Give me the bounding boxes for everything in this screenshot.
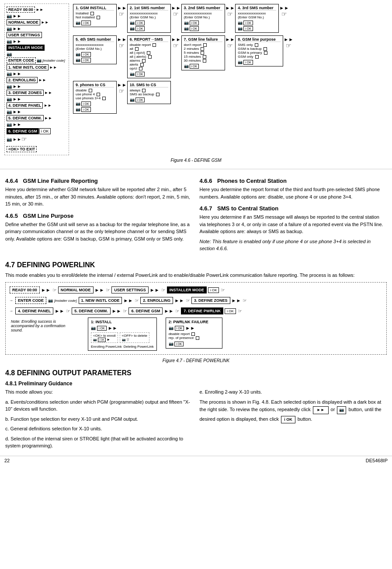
section-481-title: 4.8.1 Preliminary Guidance [5,380,387,387]
pw-ok-fail2: i OK [174,342,184,346]
powerlink-flow-diagram: READY 00:00 ►► ☞ NORMAL MODE ►► ☞ USER S… [5,282,387,355]
pw-arr8: ►► [112,308,121,314]
btn-forward: ►► [313,406,329,414]
gsm-row2: 5. 4th SMS number xxxxxxxxxxxxxxxx (Ente… [73,35,388,79]
ok-s7: i OK [190,64,199,69]
section-481-intro: This mode allows you: [5,388,193,396]
hand-s4: ☞ [281,10,287,17]
ok-s10: i OK [135,98,145,102]
arr3: ►► ☞ [225,3,235,17]
pw-failure-icons: 📷 i OK ►► [169,325,219,331]
ok-s2b: i OK [135,26,145,31]
pw-hand9: ☞ [123,308,127,314]
icon-arrow5: ►► [13,71,21,76]
gsm-step2: 2. 1st SMS number xxxxxxxxxxxxxxxx (Ente… [127,4,171,33]
icon-remote6: 📷 [7,84,12,89]
pw-def-panel: 4. DEFINE PANEL [15,307,53,314]
pw-install-labels: Enrolling PowerLink Deleting PowerLink [91,345,154,349]
btn-iok: i OK [281,416,295,424]
pw-def-gsm: 6. DEFINE GSM [128,307,163,314]
gsm-step4: 4. 3rd SMS number xxxxxxxxxxxxxxxx (Ente… [235,4,279,33]
pw-failure-opts: disable report rep. of presence [169,332,219,340]
step4-footer: 📷 i OK [238,21,276,25]
icon-arrow10: ►► [13,137,21,142]
step2-footer2: 📷 i OK [130,26,168,31]
sidebar-item-ready: READY 00:00 ►► [7,7,67,13]
section-466-text: Here you determine the report format of … [200,186,387,200]
pw-hand6: ☞ [186,298,190,304]
arr2: ►► ☞ [171,3,181,17]
pw-install-icons: 📷 i OK ►► [91,325,154,331]
section-467-note: Note: This feature is enabled only if us… [200,238,387,252]
step3-title: 3. 2nd SMS number [184,6,222,10]
icon-remote9: 📷 [7,122,12,127]
step1-title: 1. GSM INSTALL [76,6,114,10]
pw-arr-fail: ►► [185,325,195,331]
icon-remote-s6: 📷 [130,72,135,77]
icon-remote5: 📷 [7,71,12,76]
step8-title: 8. GSM line purpose [238,37,281,42]
icon-remote-s3b: 📷 [184,26,189,31]
icon-hand: ☞ [21,136,27,143]
pwrlink-row1: READY 00:00 ►► ☞ NORMAL MODE ►► ☞ USER S… [9,286,383,294]
step5-body: xxxxxxxxxxxxxxxx (Enter GSM No.) [76,43,114,51]
step1-footer: 📷 i OK [76,21,114,25]
section-47-header: 4.7 DEFINING POWERLINK This mode enables… [5,261,387,279]
pw-enrolling: 2. ENROLLING [140,297,173,304]
section-466-title: 4.6.6 Phones to Central Station [200,177,387,184]
section-48: 4.8 DEFINING OUTPUT PARAMETERS 4.8.1 Pre… [5,369,387,387]
doc-id: DE5468IP [366,458,388,463]
icon-remote-s4: 📷 [238,21,243,25]
pw-icon-fail: 📷 [169,326,173,330]
pw-arr4: ►► [123,298,133,303]
step2-footer: 📷 i OK [130,21,168,25]
step8-footer: 📷 i OK [238,60,281,65]
hand-s2: ☞ [173,10,179,17]
arr7: ►► ☞ [225,35,235,49]
figure1-caption: Figure 4.6 - DEFINE GSM [4,158,388,163]
pwrlink-install-box: 1: INSTALL 📷 i OK ►► <OK> to enroll 📷 i … [88,318,157,351]
pw-arr9: ►► [164,308,173,314]
gsm-step6: 6. REPORT→SMS disable report all all (-o… [127,35,171,78]
section-464-title: 4.6.4 GSM Line Failure Reporting [5,177,193,184]
gsm-step5: 5. 4th SMS number xxxxxxxxxxxxxxxx (Ente… [73,35,117,64]
step3-footer2: 📷 i OK [184,26,222,31]
pw-new-instl: 1. NEW INSTL CODE [79,297,122,304]
pw-enter-code: ENTER CODE [15,297,46,304]
icon-remote-s5b: 📷 [76,58,80,63]
pw-hand2: ☞ [106,287,110,293]
arr4: ►► ☞ [279,3,289,17]
arr5: ►► ☞ [117,35,127,49]
icon-remote-s3: 📷 [184,21,189,25]
step3-footer: 📷 i OK [184,21,222,25]
pw-hand10: ☞ [175,308,180,314]
ok-s5b: i OK [81,58,91,63]
step4-body: xxxxxxxxxxxxxxxx (Enter GSM No.) [238,11,276,19]
icon-arrow6: ►► [13,84,21,89]
left-sidebar: READY 00:00 ►► 📷 ►► NORMAL MODE ►► 📷 ►► … [4,3,69,155]
pw-arr5: ►► [174,298,184,303]
col-right-sections: 4.6.6 Phones to Central Station Here you… [200,173,387,255]
icon-arrow2: ►► [13,14,21,18]
pw-ok2: i OK [225,308,236,314]
page-number: 22 [4,458,10,463]
arr6: ►► ☞ [171,35,181,49]
sidebar-item-normal: NORMAL MODE ►► [7,19,67,25]
icon-remote-s8: 📷 [238,60,243,65]
pw-installer: INSTALLER MODE [167,286,207,293]
step9-title: 9. phones to CS [76,83,114,87]
sidebar-item-enrolling: 2. ENROLLING ►► [7,77,67,83]
pw-def-zones: 3. DEFINE ZONES [191,297,230,304]
section-466: 4.6.6 Phones to Central Station Here you… [200,177,387,200]
hand-s7: ☞ [227,42,233,49]
section-481-right-text: The process is shown in Fig. 4.8. Each s… [200,398,387,425]
step10-opts: always SMS as backup [130,88,168,96]
icon-remote4: 📷 [7,52,12,56]
section-481-d: d. Selection of the internal siren or ST… [5,435,193,450]
arr8: ►► ☞ [284,35,293,49]
ok-s4: i OK [243,21,253,25]
pw-hand1: ☞ [52,287,57,293]
gsm-step7: 7. GSM line failure don't report 2 minut… [181,35,225,70]
pw-hand11: ☞ [238,308,242,314]
icon-remote: 📷 [7,14,12,18]
